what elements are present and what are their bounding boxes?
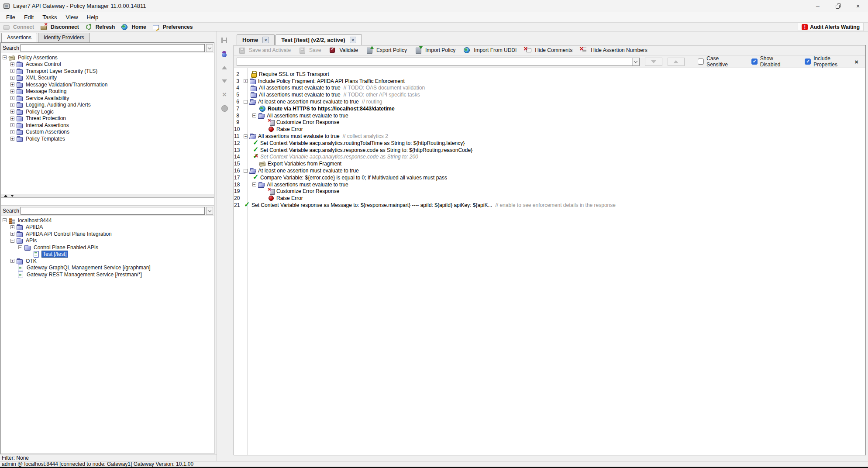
checkbox-show-disabled[interactable]: Show Disabled — [751, 55, 792, 68]
policy-assertion-row[interactable]: 13Set Context Variable aacp.analytics.re… — [234, 147, 865, 154]
audit-alerts-button[interactable]: Audit Alerts Waiting — [798, 23, 864, 31]
expand-icon[interactable]: + — [10, 62, 14, 66]
expand-icon[interactable]: + — [10, 232, 14, 236]
policy-assertion-row[interactable]: 15Export Variables from Fragment — [234, 160, 865, 167]
checkbox-case-sensitive[interactable]: Case Sensitive — [698, 55, 738, 68]
hide-assertion-numbers-button[interactable]: Hide Assertion Numbers — [579, 46, 648, 55]
menu-tasks[interactable]: Tasks — [38, 13, 61, 22]
editor-tab-active[interactable]: Test [/test] (v2/2, active)× — [276, 34, 362, 45]
policy-assertion-row[interactable]: 16−At least one assertion must evaluate … — [234, 167, 865, 174]
policy-assertion-row[interactable]: 17Compare Variable: ${error.code} is equ… — [234, 174, 865, 181]
tree-item[interactable]: +Policy Logic — [1, 108, 214, 115]
tree-item[interactable]: +Internal Assertions — [1, 122, 214, 129]
save-and-activate-button[interactable]: Save and Activate — [238, 46, 292, 55]
tree-item[interactable]: −Control Plane Enabled APIs — [1, 244, 214, 251]
search-history-dropdown[interactable] — [632, 58, 639, 65]
policy-assertion-row[interactable]: 18−All assertions must evaluate to true — [234, 181, 865, 188]
export-policy-button[interactable]: Export Policy — [365, 46, 408, 55]
collapse-icon[interactable]: − — [18, 245, 22, 249]
tree-item[interactable]: −Policy Assertions — [1, 54, 214, 61]
expand-icon[interactable]: + — [10, 89, 14, 93]
policy-search-input[interactable] — [237, 58, 632, 65]
tree-item[interactable]: Test [/test] — [1, 251, 214, 258]
expand-icon[interactable]: + — [10, 259, 14, 263]
move-up-icon[interactable] — [220, 64, 229, 72]
minimize-button[interactable]: – — [808, 0, 828, 12]
expand-icon[interactable]: + — [10, 69, 14, 73]
service-search-input[interactable] — [21, 207, 205, 215]
policy-assertion-row[interactable]: 19Customize Error Response — [234, 188, 865, 195]
policy-assertion-row[interactable]: 3+Include Policy Fragment: APIIDA API Pl… — [234, 78, 865, 85]
expand-icon[interactable]: + — [10, 137, 14, 141]
policy-assertion-row[interactable]: 10Raise Error — [234, 126, 865, 133]
collapse-icon[interactable]: − — [3, 218, 7, 222]
policy-assertion-row[interactable]: 2Require SSL or TLS Transport — [234, 71, 865, 78]
validate-button[interactable]: Validate — [328, 46, 358, 55]
tab-identity-providers[interactable]: Identity Providers — [38, 33, 90, 42]
tree-item[interactable]: +Custom Assertions — [1, 129, 214, 136]
hide-comments-button[interactable]: Hide Comments — [524, 46, 573, 55]
restore-button[interactable] — [828, 0, 848, 12]
tree-item[interactable]: +Service Availability — [1, 95, 214, 102]
splitter-down-icon[interactable] — [10, 195, 14, 197]
expand-icon[interactable]: + — [10, 83, 14, 86]
home-button[interactable]: Home — [120, 23, 147, 31]
menu-file[interactable]: File — [2, 13, 20, 22]
search-dropdown-button[interactable] — [206, 207, 213, 215]
tree-item[interactable]: Gateway GraphQL Management Service [/gra… — [1, 265, 214, 272]
panel-splitter[interactable] — [1, 194, 214, 198]
checkbox-checked-icon[interactable] — [751, 58, 758, 65]
close-search-icon[interactable]: × — [852, 58, 861, 65]
palette-toggle-icon[interactable] — [220, 37, 229, 45]
policy-assertion-row[interactable]: 8−All assertions must evaluate to true — [234, 112, 865, 119]
import-from-uddi-button[interactable]: Import From UDDI — [462, 46, 517, 55]
expand-icon[interactable]: + — [10, 225, 14, 229]
expand-icon[interactable]: + — [10, 110, 14, 114]
expand-icon[interactable]: + — [10, 123, 14, 127]
expand-icon[interactable]: + — [10, 76, 14, 80]
search-dropdown-button[interactable] — [206, 44, 213, 52]
editor-tab-home[interactable]: Home× — [237, 34, 275, 45]
delete-assertion-icon[interactable]: × — [220, 91, 229, 99]
assertion-acorn-icon[interactable] — [220, 50, 229, 58]
refresh-button[interactable]: Refresh — [84, 23, 116, 31]
tree-item[interactable]: +OTK — [1, 258, 214, 265]
checkbox-include-properties[interactable]: Include Properties — [805, 55, 852, 68]
collapse-icon[interactable]: − — [10, 239, 14, 243]
connect-button[interactable]: Connect — [2, 23, 35, 31]
disconnect-button[interactable]: Disconnect — [39, 23, 80, 31]
save-button[interactable]: Save — [298, 46, 322, 55]
move-down-icon[interactable] — [220, 77, 229, 85]
tab-close-button[interactable]: × — [350, 37, 356, 43]
expand-icon[interactable]: + — [10, 130, 14, 134]
search-previous-button[interactable] — [645, 58, 662, 66]
policy-assertion-row[interactable]: 20Raise Error — [234, 195, 865, 202]
menu-view[interactable]: View — [62, 13, 83, 22]
policy-assertion-row[interactable]: 7Route via HTTPS to https://localhost:84… — [234, 105, 865, 112]
checkbox-checked-icon[interactable] — [805, 58, 811, 65]
policy-assertion-row[interactable]: 12Set Context Variable aacp.analytics.ro… — [234, 140, 865, 147]
tree-item[interactable]: +APIIDA — [1, 224, 214, 231]
tree-item[interactable]: +XML Security — [1, 75, 214, 82]
close-button[interactable]: × — [848, 0, 868, 12]
menu-help[interactable]: Help — [83, 13, 103, 22]
policy-assertion-row[interactable]: 9Customize Error Response — [234, 119, 865, 126]
collapse-icon[interactable]: − — [244, 134, 248, 138]
expand-icon[interactable]: + — [10, 117, 14, 120]
collapse-icon[interactable]: − — [252, 114, 256, 117]
tree-item[interactable]: +Policy Templates — [1, 135, 214, 142]
policy-assertion-row[interactable]: 21Set Context Variable response as Messa… — [234, 202, 865, 209]
expand-icon[interactable]: + — [10, 96, 14, 100]
tab-close-button[interactable]: × — [262, 37, 269, 43]
collapse-icon[interactable]: − — [244, 100, 248, 104]
splitter-up-icon[interactable] — [4, 195, 7, 197]
tree-item[interactable]: Gateway REST Management Service [/restma… — [1, 271, 214, 278]
expand-icon[interactable]: + — [10, 103, 14, 107]
search-next-button[interactable] — [668, 58, 685, 66]
tree-item[interactable]: +Transport Layer Security (TLS) — [1, 68, 214, 75]
tree-item[interactable]: −APIs — [1, 237, 214, 244]
menu-edit[interactable]: Edit — [20, 13, 38, 22]
collapse-icon[interactable]: − — [3, 55, 7, 59]
policy-assertion-row[interactable]: 14Set Context Variable aacp.analytics.re… — [234, 154, 865, 161]
policy-assertion-row[interactable]: 4All assertions must evaluate to true// … — [234, 85, 865, 92]
